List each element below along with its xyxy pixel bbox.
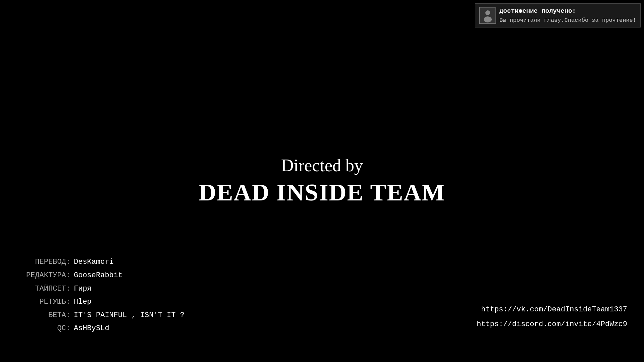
credit-label: РЕТУШЬ:: [17, 295, 70, 309]
credit-row: РЕДАКТУРА:GooseRabbit: [17, 269, 184, 282]
credit-label: БЕТА:: [17, 309, 70, 322]
credits-list: ПЕРЕВОД:DesKamoriРЕДАКТУРА:GooseRabbitТА…: [17, 255, 184, 335]
credit-value: GooseRabbit: [74, 269, 122, 282]
directed-by-label: Directed by: [199, 156, 445, 175]
credit-value: Гиря: [74, 282, 92, 296]
credit-value: IT'S PAINFUL , ISN'T IT ?: [74, 309, 184, 322]
achievement-text: Достижение получено! Вы прочитали главу.…: [499, 6, 636, 24]
credit-row: ТАЙПСЕТ:Гиря: [17, 282, 184, 296]
credit-value: Нlep: [74, 295, 92, 309]
links-section: https://vk.com/DeadInsideTeam1337https:/…: [477, 302, 627, 332]
credit-value: AsHBySLd: [74, 322, 109, 335]
svg-point-1: [485, 10, 490, 15]
achievement-description: Вы прочитали главу.Спасибо за прочтение!: [499, 16, 636, 25]
achievement-notification: Достижение получено! Вы прочитали главу.…: [475, 3, 641, 27]
credit-row: ПЕРЕВОД:DesKamori: [17, 255, 184, 269]
center-credits: Directed by DEAD INSIDE TEAM: [199, 156, 445, 206]
social-link: https://vk.com/DeadInsideTeam1337: [477, 302, 627, 317]
credit-row: БЕТА:IT'S PAINFUL , ISN'T IT ?: [17, 309, 184, 322]
achievement-avatar: [479, 7, 496, 24]
credit-label: QC:: [17, 322, 70, 335]
svg-point-2: [484, 16, 492, 22]
credit-label: РЕДАКТУРА:: [17, 269, 70, 282]
credit-row: РЕТУШЬ:Нlep: [17, 295, 184, 309]
credit-label: ТАЙПСЕТ:: [17, 282, 70, 296]
credit-label: ПЕРЕВОД:: [17, 255, 70, 269]
credit-row: QC:AsHBySLd: [17, 322, 184, 335]
social-link: https://discord.com/invite/4PdWzc9: [477, 317, 627, 332]
team-name: DEAD INSIDE TEAM: [199, 179, 445, 206]
achievement-title: Достижение получено!: [499, 6, 636, 16]
credit-value: DesKamori: [74, 255, 114, 269]
